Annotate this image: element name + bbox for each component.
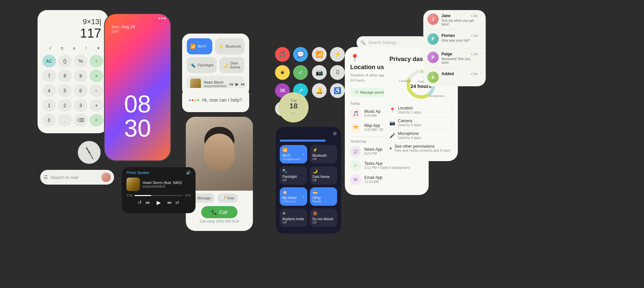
- qs-bluetooth-tile[interactable]: ⚡ Bluetooth: [215, 38, 245, 54]
- msg-header-paige: Paige • 2m: [441, 52, 478, 56]
- mp-shuffle-btn[interactable]: ⇄: [175, 200, 179, 205]
- qs-dark-bt-sub: Off: [313, 157, 335, 161]
- qs-flashlight-tile[interactable]: 🔦 Flashlight: [187, 57, 217, 73]
- pd-location-item[interactable]: 📍 Location Used by 1 apps ›: [389, 106, 452, 114]
- calc-7-btn[interactable]: 7: [42, 69, 56, 82]
- assistant-dot-blue: [189, 99, 191, 101]
- qs-dark-dark-tile[interactable]: 🌙 Dark theme Off: [310, 166, 337, 185]
- calc-6-btn[interactable]: 6: [74, 84, 88, 97]
- gear-icon[interactable]: ⚙: [333, 131, 337, 136]
- message-item-florian[interactable]: F Florian • 2m How was your trip? ›: [423, 30, 486, 48]
- calc-backspace-btn[interactable]: ⌫: [74, 114, 88, 127]
- qs-dark-dnd-icon: 🔕: [313, 211, 335, 216]
- icon-accessibility2[interactable]: ♿: [330, 83, 345, 98]
- qs-dark-airplane-icon: ✈: [282, 211, 305, 216]
- email-app-time: 11:14 AM: [364, 180, 423, 184]
- calc-minus-btn[interactable]: −: [90, 84, 103, 97]
- qs-dark-airplane-tile[interactable]: ✈ Airplane mode Off: [280, 208, 307, 227]
- calc-sqrt-btn[interactable]: √: [45, 43, 55, 53]
- call-message-label: Message: [197, 196, 211, 200]
- qs-dark-row-2: 🔦 Flashlight Off 🌙 Dark theme Off: [280, 166, 337, 185]
- bluetooth-icon: ⚡: [218, 44, 224, 49]
- darktheme-icon: 🌙: [223, 63, 228, 68]
- qs-prev-btn[interactable]: ⏮: [229, 82, 233, 87]
- mp-play-pause-btn[interactable]: ▶: [153, 197, 164, 208]
- pd-location-sub: Used by 1 apps: [398, 110, 449, 114]
- mp-progress-fill: [135, 195, 152, 196]
- calc-excl-btn[interactable]: !: [81, 43, 91, 53]
- mp-progress-bar[interactable]: [135, 195, 183, 196]
- call-button[interactable]: 📞 Call: [201, 206, 237, 218]
- calc-8-btn[interactable]: 8: [58, 69, 72, 82]
- mail-search-bar[interactable]: ☰ Search in mail: [40, 170, 114, 185]
- qs-dark-gpay-tile[interactable]: 💳 GPay Ready: [310, 187, 337, 206]
- calc-paren-btn[interactable]: (): [58, 55, 72, 67]
- qs-dark-dnd-tile[interactable]: 🔕 Do not disturb Off: [310, 208, 337, 227]
- qs-dark-flash-tile[interactable]: 🔦 Flashlight Off: [280, 166, 307, 185]
- calc-e-btn[interactable]: e: [69, 43, 79, 53]
- icon-camera[interactable]: 📷: [312, 65, 327, 80]
- calc-divide-btn[interactable]: ÷: [90, 55, 103, 67]
- calc-multiply-btn[interactable]: ×: [90, 69, 103, 82]
- mp-next-btn[interactable]: ⏭: [167, 200, 172, 205]
- assistant-card: Hi, now can I help?: [182, 88, 249, 112]
- calc-3-btn[interactable]: 3: [74, 99, 88, 112]
- icon-bluetooth2[interactable]: ⚡: [330, 47, 345, 62]
- phone-status-bar: [159, 17, 166, 19]
- qs-dark-darktheme-sub: Off: [313, 179, 335, 182]
- pd-other-permissions-item[interactable]: ▾ See other permissions Files and media …: [389, 144, 452, 152]
- qs-dark-wifi-tile[interactable]: 📶 Wi-Fi GoogleGuest ›: [280, 145, 307, 163]
- calc-pi-btn[interactable]: π: [57, 43, 67, 53]
- signal-dot-3: [164, 17, 166, 19]
- icon-wifi[interactable]: 📶: [312, 47, 327, 62]
- calc-equals-btn[interactable]: =: [90, 114, 103, 127]
- qs-next-btn[interactable]: ⏭: [241, 82, 245, 87]
- calc-row-2: 7 8 9 ×: [42, 69, 103, 82]
- message-item-paige[interactable]: P Paige • 2m Awesome! See you soon ›: [423, 48, 486, 68]
- brightness-slider[interactable]: [280, 140, 326, 142]
- calc-row-4: 1 2 3 +: [42, 99, 103, 112]
- mp-replay-btn[interactable]: ↺: [138, 200, 142, 205]
- msg-content-added: Added • 5m: [441, 71, 478, 77]
- calc-percent-btn[interactable]: %: [74, 55, 88, 67]
- clock-widget: [78, 141, 101, 164]
- qs-dark-wifi-sub: GoogleGuest: [282, 157, 305, 161]
- calc-1-btn[interactable]: 1: [42, 99, 56, 112]
- pd-other-name: See other permissions: [394, 144, 452, 149]
- icon-check[interactable]: ✓: [293, 65, 308, 80]
- call-note-btn[interactable]: 📝 Note: [218, 193, 238, 203]
- calc-5-btn[interactable]: 5: [58, 84, 72, 97]
- icon-chat[interactable]: 💬: [293, 47, 308, 62]
- qs-play-btn[interactable]: ▶: [235, 82, 239, 87]
- calc-plus-btn[interactable]: +: [90, 99, 103, 112]
- qs-darktheme-tile[interactable]: 🌙 Dark theme: [219, 57, 245, 73]
- calc-ac-btn[interactable]: AC: [42, 55, 56, 67]
- calc-4-btn[interactable]: 4: [42, 84, 56, 97]
- icon-music[interactable]: 🎵: [275, 47, 290, 62]
- tasks-app-name: Tasks App: [364, 161, 423, 166]
- msg-text-jane: Text me when you get here!: [441, 19, 478, 26]
- mp-prev-btn[interactable]: ⏮: [145, 200, 150, 205]
- qs-dark-home-tile[interactable]: 🏠 My Home 6 Devices ›: [280, 187, 307, 206]
- phone-time-hours: 08: [105, 92, 170, 116]
- message-item-jane[interactable]: J Jane • 2m Text me when you get here! ›: [423, 10, 486, 30]
- pd-camera-item[interactable]: 📷 Camera Used by 5 apps ›: [389, 118, 452, 127]
- msg-name-added: Added: [441, 71, 454, 76]
- message-item-added[interactable]: A Added • 5m ›: [423, 68, 486, 86]
- icon-star[interactable]: ★: [275, 65, 290, 80]
- qs-wifi-label: Wi-Fi: [198, 44, 206, 48]
- phone-time-minutes: 30: [105, 116, 170, 140]
- calc-dot-btn[interactable]: .: [58, 114, 72, 127]
- calc-9-btn[interactable]: 9: [74, 69, 88, 82]
- pd-microphone-info: Microphone Used by 6 apps: [398, 131, 449, 140]
- calc-0-btn[interactable]: 0: [42, 114, 56, 127]
- calc-more-btn[interactable]: ▾: [93, 43, 103, 53]
- icon-bell2[interactable]: 🔔: [312, 83, 327, 98]
- pd-microphone-item[interactable]: 🎤 Microphone Used by 6 apps ›: [389, 131, 452, 140]
- qs-wifi-tile[interactable]: 📶 Wi-Fi: [187, 38, 212, 54]
- calc-2-btn[interactable]: 2: [58, 99, 72, 112]
- icon-grid[interactable]: ⠿: [330, 65, 345, 80]
- qs-dark-bt-tile[interactable]: ⚡ Bluetooth Off: [310, 145, 337, 163]
- pd-microphone-name: Microphone: [398, 131, 449, 136]
- qs-dark-flash-label: Flashlight: [282, 175, 305, 179]
